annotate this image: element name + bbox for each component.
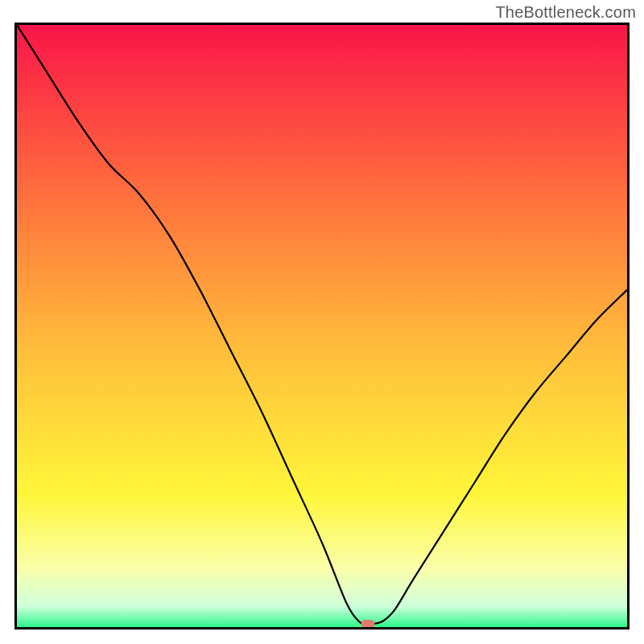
bottleneck-chart: TheBottleneck.com — [0, 0, 644, 644]
bottleneck-curve — [17, 25, 627, 627]
optimal-point-marker — [361, 620, 374, 628]
attribution-text: TheBottleneck.com — [495, 3, 636, 22]
plot-area — [14, 23, 630, 630]
